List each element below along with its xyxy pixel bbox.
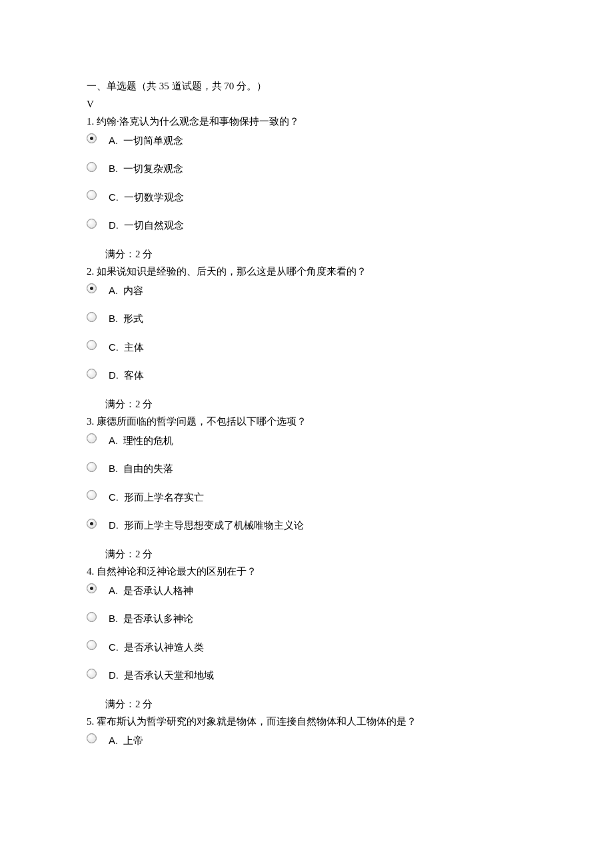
score-line: 满分：2 分: [105, 547, 526, 562]
option-letter: D.: [109, 369, 119, 381]
question-block: 1. 约翰·洛克认为什么观念是和事物保持一致的？A. 一切简单观念B. 一切复杂…: [87, 114, 526, 261]
option-text: 形式: [121, 313, 143, 324]
option-letter: D.: [109, 219, 119, 231]
option-row: C. 主体: [87, 340, 526, 355]
question-text: 3. 康德所面临的哲学问题，不包括以下哪个选项？: [87, 414, 526, 429]
option-letter: C.: [109, 191, 119, 203]
question-block: 5. 霍布斯认为哲学研究的对象就是物体，而连接自然物体和人工物体的是？A. 上帝: [87, 714, 526, 748]
option-row: C. 形而上学名存实亡: [87, 490, 526, 505]
option-text: 一切简单观念: [121, 135, 183, 146]
option-letter: D.: [109, 519, 119, 531]
option-letter: A.: [109, 435, 118, 446]
option-row: D. 形而上学主导思想变成了机械唯物主义论: [87, 518, 526, 533]
option-row: D. 一切自然观念: [87, 218, 526, 233]
option-text: 内容: [121, 285, 143, 296]
option-label: D. 客体: [109, 368, 144, 383]
option-letter: C.: [109, 341, 119, 353]
option-letter: B.: [109, 313, 118, 324]
option-label: D. 一切自然观念: [109, 218, 184, 233]
option-text: 是否承认多神论: [121, 613, 193, 624]
option-label: D. 是否承认天堂和地域: [109, 668, 214, 683]
option-text: 主体: [121, 341, 144, 353]
v-mark: V: [87, 97, 526, 112]
option-label: B. 自由的失落: [109, 461, 173, 477]
option-text: 是否承认天堂和地域: [121, 669, 214, 681]
question-text: 2. 如果说知识是经验的、后天的，那么这是从哪个角度来看的？: [87, 264, 526, 279]
option-row: B. 自由的失落: [87, 461, 526, 477]
option-row: A. 是否承认人格神: [87, 583, 526, 599]
option-letter: A.: [109, 735, 118, 746]
option-label: B. 形式: [109, 311, 143, 327]
option-letter: B.: [109, 163, 118, 174]
option-text: 形而上学主导思想变成了机械唯物主义论: [121, 519, 304, 531]
option-label: B. 是否承认多神论: [109, 611, 193, 627]
radio-icon[interactable]: [87, 340, 97, 350]
option-text: 自由的失落: [121, 463, 173, 474]
option-letter: B.: [109, 613, 118, 624]
option-row: A. 上帝: [87, 733, 526, 749]
question-block: 2. 如果说知识是经验的、后天的，那么这是从哪个角度来看的？A. 内容B. 形式…: [87, 264, 526, 411]
option-text: 一切自然观念: [121, 219, 184, 231]
option-row: A. 理性的危机: [87, 433, 526, 449]
option-text: 上帝: [121, 735, 143, 746]
option-text: 一切数学观念: [121, 191, 184, 203]
option-row: C. 是否承认神造人类: [87, 640, 526, 655]
option-label: A. 上帝: [109, 733, 143, 749]
radio-icon[interactable]: [87, 733, 97, 743]
radio-icon[interactable]: [87, 490, 97, 500]
radio-icon[interactable]: [87, 190, 97, 200]
option-text: 理性的危机: [121, 435, 173, 446]
radio-icon[interactable]: [87, 283, 97, 293]
page-content: 一、单选题（共 35 道试题，共 70 分。） V 1. 约翰·洛克认为什么观念…: [0, 0, 613, 777]
option-label: A. 内容: [109, 283, 143, 299]
option-row: D. 是否承认天堂和地域: [87, 668, 526, 683]
radio-icon[interactable]: [87, 162, 97, 172]
option-letter: C.: [109, 641, 119, 653]
option-letter: C.: [109, 491, 119, 503]
option-row: A. 内容: [87, 283, 526, 299]
option-label: C. 是否承认神造人类: [109, 640, 204, 655]
option-label: A. 理性的危机: [109, 433, 173, 449]
radio-icon[interactable]: [87, 583, 97, 593]
option-label: C. 一切数学观念: [109, 190, 184, 205]
option-label: C. 主体: [109, 340, 144, 355]
questions-container: 1. 约翰·洛克认为什么观念是和事物保持一致的？A. 一切简单观念B. 一切复杂…: [87, 114, 526, 748]
section-title: 一、单选题（共 35 道试题，共 70 分。）: [87, 79, 526, 94]
radio-icon[interactable]: [87, 462, 97, 472]
option-text: 形而上学名存实亡: [121, 491, 204, 503]
question-block: 3. 康德所面临的哲学问题，不包括以下哪个选项？A. 理性的危机B. 自由的失落…: [87, 414, 526, 561]
option-label: A. 是否承认人格神: [109, 583, 193, 599]
option-row: B. 一切复杂观念: [87, 161, 526, 177]
radio-icon[interactable]: [87, 433, 97, 443]
option-text: 是否承认人格神: [121, 585, 193, 596]
radio-icon[interactable]: [87, 669, 97, 679]
radio-icon[interactable]: [87, 133, 97, 143]
option-letter: A.: [109, 285, 118, 296]
option-label: D. 形而上学主导思想变成了机械唯物主义论: [109, 518, 304, 533]
question-text: 1. 约翰·洛克认为什么观念是和事物保持一致的？: [87, 114, 526, 129]
option-text: 客体: [121, 369, 144, 381]
question-block: 4. 自然神论和泛神论最大的区别在于？A. 是否承认人格神B. 是否承认多神论C…: [87, 564, 526, 711]
option-letter: D.: [109, 669, 119, 681]
radio-icon[interactable]: [87, 219, 97, 229]
score-line: 满分：2 分: [105, 397, 526, 412]
option-row: B. 形式: [87, 311, 526, 327]
option-label: C. 形而上学名存实亡: [109, 490, 204, 505]
option-letter: A.: [109, 585, 118, 596]
option-row: C. 一切数学观念: [87, 190, 526, 205]
option-row: D. 客体: [87, 368, 526, 383]
option-text: 是否承认神造人类: [121, 641, 204, 653]
radio-icon[interactable]: [87, 369, 97, 379]
radio-icon[interactable]: [87, 612, 97, 622]
radio-icon[interactable]: [87, 312, 97, 322]
option-label: B. 一切复杂观念: [109, 161, 183, 177]
question-text: 5. 霍布斯认为哲学研究的对象就是物体，而连接自然物体和人工物体的是？: [87, 714, 526, 729]
option-text: 一切复杂观念: [121, 163, 183, 174]
option-row: B. 是否承认多神论: [87, 611, 526, 627]
radio-icon[interactable]: [87, 640, 97, 650]
option-row: A. 一切简单观念: [87, 133, 526, 149]
option-label: A. 一切简单观念: [109, 133, 183, 149]
option-letter: B.: [109, 463, 118, 474]
score-line: 满分：2 分: [105, 697, 526, 712]
radio-icon[interactable]: [87, 519, 97, 529]
